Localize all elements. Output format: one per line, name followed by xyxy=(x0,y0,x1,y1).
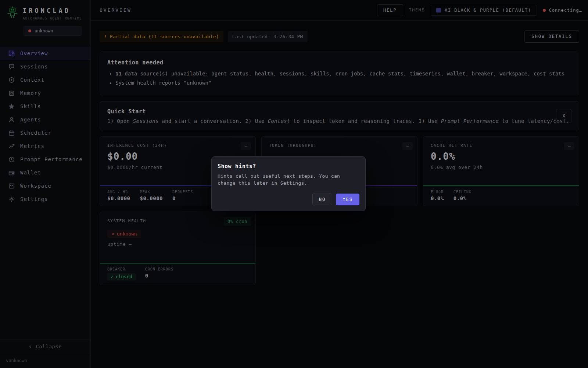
modal-title: Show hints? xyxy=(218,163,359,170)
modal-actions: NO YES xyxy=(218,194,359,205)
modal-body: Hints call out useful next steps. You ca… xyxy=(218,173,359,187)
yes-button[interactable]: YES xyxy=(336,194,359,205)
no-button[interactable]: NO xyxy=(312,194,332,205)
show-hints-modal: Show hints? Hints call out useful next s… xyxy=(211,156,366,211)
